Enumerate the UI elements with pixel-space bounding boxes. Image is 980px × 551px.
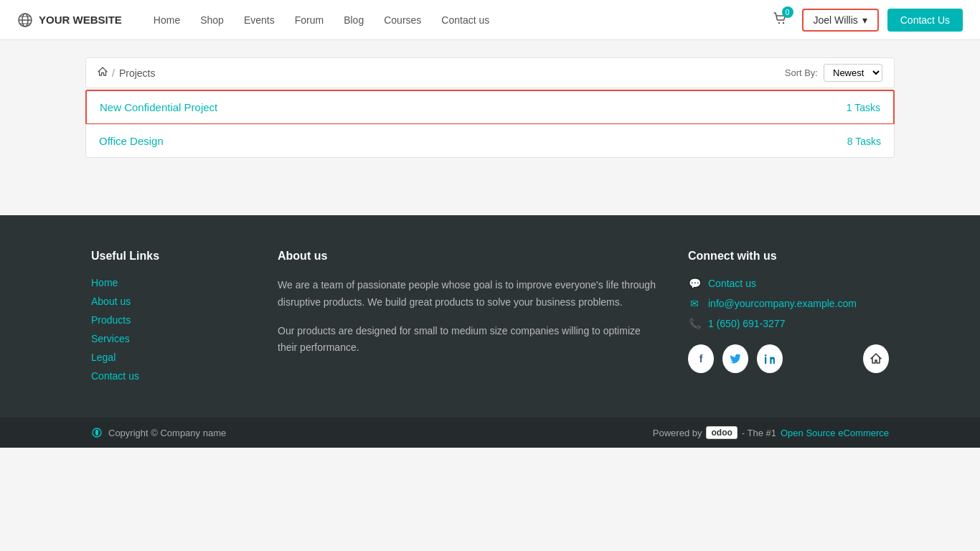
home-social-button[interactable]	[863, 344, 889, 373]
projects-list: New Confidential Project 1 Tasks Office …	[85, 90, 895, 158]
project-row-1[interactable]: Office Design 8 Tasks	[86, 124, 894, 157]
main-nav: Home Shop Events Forum Blog Courses Cont…	[145, 10, 766, 30]
linkedin-icon	[764, 353, 776, 364]
cart-button[interactable]: 0	[772, 11, 788, 29]
footer-about: About us We are a team of passionate peo…	[278, 250, 659, 389]
nav-forum[interactable]: Forum	[286, 10, 332, 30]
svg-point-5	[778, 22, 779, 24]
powered-suffix: - The #1	[742, 428, 776, 438]
breadcrumb-separator: /	[112, 67, 115, 79]
twitter-button[interactable]	[722, 344, 748, 373]
footer-link-contact[interactable]: Contact us	[91, 370, 249, 382]
breadcrumb-current: Projects	[119, 67, 156, 79]
nav-courses[interactable]: Courses	[375, 10, 430, 30]
nav-events[interactable]: Events	[235, 10, 283, 30]
about-text-2: Our products are designed for small to m…	[278, 323, 659, 357]
email-icon: ✉	[688, 297, 701, 310]
main-content: / Projects Sort By: Newest New Confident…	[74, 57, 906, 158]
footer-link-legal[interactable]: Legal	[91, 352, 249, 363]
facebook-icon: f	[699, 353, 703, 364]
header-right: 0 Joel Willis ▾ Contact Us	[766, 9, 963, 32]
connect-heading: Connect with us	[688, 250, 889, 263]
phone-icon: 📞	[688, 317, 701, 330]
about-heading: About us	[278, 250, 659, 263]
footer-connect: Connect with us 💬 Contact us ✉ info@your…	[688, 250, 889, 389]
connect-phone-item: 📞 1 (650) 691-3277	[688, 317, 889, 330]
nav-shop[interactable]: Shop	[192, 10, 232, 30]
footer-inner: Useful Links Home About us Products Serv…	[74, 250, 906, 418]
connect-contact-item: 💬 Contact us	[688, 277, 889, 290]
project-name-1: Office Design	[99, 135, 164, 147]
footer-link-products[interactable]: Products	[91, 314, 249, 326]
nav-home[interactable]: Home	[145, 10, 189, 30]
footer-link-home[interactable]: Home	[91, 277, 249, 288]
project-row-0[interactable]: New Confidential Project 1 Tasks	[85, 90, 895, 125]
svg-point-6	[782, 22, 783, 24]
connect-email-link[interactable]: info@yourcompany.example.com	[708, 298, 857, 309]
home-breadcrumb-icon	[98, 67, 108, 77]
sort-area: Sort By: Newest	[785, 64, 882, 82]
footer-link-services[interactable]: Services	[91, 333, 249, 344]
footer-bottom: Copyright © Company name Powered by odoo…	[0, 418, 980, 448]
site-footer: Useful Links Home About us Products Serv…	[0, 215, 980, 448]
logo-text: YOUR WEBSITE	[39, 14, 122, 26]
home-icon	[870, 353, 882, 364]
chat-icon: 💬	[688, 277, 701, 290]
user-name: Joel Willis	[814, 14, 858, 26]
bug-icon	[91, 427, 103, 438]
facebook-button[interactable]: f	[688, 344, 714, 373]
copyright-text: Copyright © Company name	[108, 428, 226, 438]
sort-label: Sort By:	[785, 67, 818, 78]
connect-email-item: ✉ info@yourcompany.example.com	[688, 297, 889, 310]
open-source-link[interactable]: Open Source eCommerce	[781, 428, 889, 438]
breadcrumb: / Projects Sort By: Newest	[85, 57, 895, 88]
copyright-area: Copyright © Company name	[91, 427, 226, 438]
logo[interactable]: YOUR WEBSITE	[17, 12, 122, 28]
connect-contact-link[interactable]: Contact us	[708, 278, 756, 289]
dropdown-arrow-icon: ▾	[862, 14, 867, 26]
user-menu-button[interactable]: Joel Willis ▾	[802, 9, 879, 32]
nav-blog[interactable]: Blog	[335, 10, 372, 30]
contact-us-header-button[interactable]: Contact Us	[887, 9, 963, 32]
linkedin-button[interactable]	[757, 344, 783, 373]
connect-phone-link[interactable]: 1 (650) 691-3277	[708, 318, 785, 329]
project-tasks-0: 1 Tasks	[847, 102, 880, 113]
footer-useful-links: Useful Links Home About us Products Serv…	[91, 250, 249, 389]
cart-count: 0	[782, 6, 793, 18]
powered-area: Powered by odoo - The #1 Open Source eCo…	[653, 426, 889, 439]
project-name-0: New Confidential Project	[100, 101, 217, 113]
social-icons: f	[688, 344, 889, 373]
twitter-icon	[730, 353, 741, 364]
project-tasks-1: 8 Tasks	[847, 136, 881, 147]
globe-icon	[17, 12, 33, 28]
svg-point-8	[96, 430, 98, 431]
site-header: YOUR WEBSITE Home Shop Events Forum Blog…	[0, 0, 980, 40]
breadcrumb-home-icon[interactable]	[98, 67, 108, 79]
footer-link-about[interactable]: About us	[91, 296, 249, 307]
footer-bottom-inner: Copyright © Company name Powered by odoo…	[74, 426, 906, 439]
sort-select[interactable]: Newest	[824, 64, 882, 82]
odoo-badge: odoo	[706, 426, 737, 439]
about-text-1: We are a team of passionate people whose…	[278, 277, 659, 311]
powered-by-text: Powered by	[653, 428, 702, 438]
nav-contact[interactable]: Contact us	[433, 10, 498, 30]
useful-links-heading: Useful Links	[91, 250, 249, 263]
